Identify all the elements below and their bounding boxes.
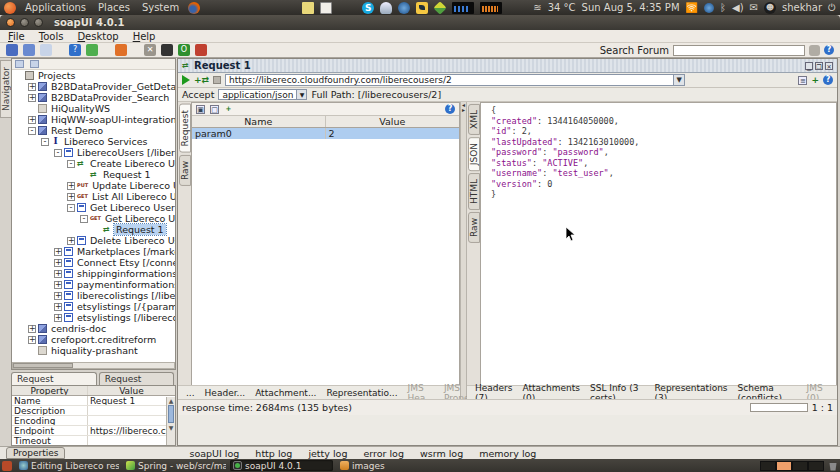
taskbar-item[interactable]: images xyxy=(337,460,440,471)
endpoint-combobox[interactable]: https://libereco.cloudfoundry.com/libere… xyxy=(225,74,685,86)
tree-item[interactable]: hiquality-prashant xyxy=(12,345,175,356)
import-project-icon[interactable] xyxy=(23,44,35,56)
param-row[interactable]: param02 xyxy=(192,128,459,139)
param-checkbox-icon[interactable]: ▣ xyxy=(196,105,205,114)
tree-expander-icon[interactable]: + xyxy=(54,292,62,300)
mail-icon[interactable]: ✉ xyxy=(750,2,758,13)
tree-item[interactable]: +crefoport.creditreform xyxy=(12,334,175,345)
frame-minimize-icon[interactable]: ▁ xyxy=(805,62,813,70)
update-tray-icon[interactable] xyxy=(433,1,447,15)
log-tab-jetty[interactable]: jetty log xyxy=(308,448,347,459)
tab-request-params[interactable]: Request Params xyxy=(99,372,174,385)
minimize-button[interactable] xyxy=(20,18,29,27)
tab-header-[interactable]: Header... xyxy=(205,388,246,398)
property-row[interactable]: Description xyxy=(12,406,175,416)
tree-expander-icon[interactable]: + xyxy=(54,259,62,267)
tree-item[interactable]: +B2BDataProvider_Search xyxy=(12,92,175,103)
tree-item[interactable]: +etsylistings [/{param0}/etsylistings] xyxy=(12,301,175,312)
trash-icon[interactable] xyxy=(828,461,838,471)
system-menu[interactable]: System xyxy=(139,2,182,13)
tree-item[interactable]: +paymentinformations [/liberecolisting xyxy=(12,279,175,290)
param-name[interactable]: param0 xyxy=(192,128,326,139)
firefox-icon[interactable] xyxy=(188,2,200,14)
tree-expander-icon[interactable]: + xyxy=(54,314,62,322)
property-value[interactable]: https://libereco.clo... xyxy=(88,426,175,435)
tree-horizontal-scrollbar[interactable] xyxy=(12,362,175,369)
workspace-4[interactable] xyxy=(808,461,824,471)
ubuntu-logo-icon[interactable] xyxy=(4,2,16,14)
help-icon[interactable]: ? xyxy=(824,45,834,55)
forum-icon[interactable]: ? xyxy=(69,44,81,56)
tree-item[interactable]: +PUTUpdate Libereco User xyxy=(12,180,175,191)
save-all-icon[interactable] xyxy=(40,44,52,56)
log-tab-wsrm[interactable]: wsrm log xyxy=(420,448,463,459)
log-tab-http[interactable]: http log xyxy=(255,448,292,459)
user-avatar[interactable]: ☻ xyxy=(764,2,776,14)
tree-item[interactable]: ⇄Request 1 xyxy=(12,224,175,235)
tree-item[interactable]: +Delete Libereco User [/liberecous xyxy=(12,235,175,246)
tree-expander-icon[interactable]: - xyxy=(54,149,62,157)
editor-tray-icon[interactable] xyxy=(320,2,332,14)
tree-expander-icon[interactable]: + xyxy=(28,336,36,344)
tree-expander-icon[interactable]: + xyxy=(54,303,62,311)
tree-expander-icon[interactable]: - xyxy=(41,138,49,146)
tree-item[interactable]: +B2BDataProvider_GetDetail xyxy=(12,81,175,92)
tree-item[interactable]: -⇄Create Libereco User xyxy=(12,158,175,169)
tree-item[interactable]: +HiqWW-soapUI-integration-test xyxy=(12,114,175,125)
tree-item[interactable]: +etsylistings [/liberecolistings/{param xyxy=(12,312,175,323)
workspace-switcher[interactable] xyxy=(760,461,824,471)
properties-scrollbar[interactable]: ▲▼ xyxy=(166,397,175,445)
property-row[interactable]: Encoding xyxy=(12,416,175,426)
tree-expander-icon[interactable]: + xyxy=(67,237,75,245)
trial-icon[interactable] xyxy=(86,44,98,56)
collapse-right-icon[interactable]: ▸ xyxy=(461,107,466,112)
tree-item[interactable]: Projects xyxy=(12,70,175,81)
tree-item[interactable]: HiQualityWS xyxy=(12,103,175,114)
tree-item[interactable]: -Rest Demo xyxy=(12,125,175,136)
exit-icon[interactable] xyxy=(195,44,207,56)
add-icon[interactable]: + xyxy=(811,75,819,85)
log-tab-soapUI[interactable]: soapUI log xyxy=(189,448,239,459)
taskbar-item[interactable]: soapUI 4.0.1 xyxy=(230,460,333,471)
forum-browser-icon[interactable] xyxy=(809,45,820,56)
tree-expander-icon[interactable]: + xyxy=(54,281,62,289)
tree-expander-icon[interactable]: + xyxy=(67,193,75,201)
property-value[interactable] xyxy=(88,436,175,445)
create-empty-icon[interactable]: ≡ xyxy=(798,76,807,85)
notes-tray-icon[interactable] xyxy=(302,2,314,14)
system-monitor-cpu-icon[interactable] xyxy=(452,2,474,14)
loadui-icon[interactable]: O xyxy=(178,44,190,56)
tree-expander-icon[interactable]: + xyxy=(28,83,36,91)
proxy-icon[interactable] xyxy=(161,44,173,56)
bluetooth-icon[interactable]: ᛒ xyxy=(720,2,726,13)
tree-expander-icon[interactable]: + xyxy=(54,270,62,278)
tree-expander-icon[interactable]: - xyxy=(28,127,36,135)
network-globe-tray-icon[interactable] xyxy=(398,2,410,14)
tab-response-raw[interactable]: Raw xyxy=(468,212,480,243)
property-row[interactable]: Timeout xyxy=(12,436,175,446)
tab-representatio-[interactable]: Representatio... xyxy=(326,388,397,398)
new-project-icon[interactable] xyxy=(6,44,18,56)
response-json-content[interactable]: { "created": 1344164050000, "id": 2, "la… xyxy=(480,102,837,415)
tree-item[interactable]: +liberecolistings [/liberecolistings] xyxy=(12,290,175,301)
menu-tools[interactable]: Tools xyxy=(39,31,64,42)
request-window-titlebar[interactable]: ⇄ Request 1 ▁ ❐ ✕ xyxy=(178,59,837,73)
menu-help[interactable]: Help xyxy=(133,31,156,42)
tree-expander-icon[interactable]: + xyxy=(28,325,36,333)
tab-attachment-[interactable]: Attachment... xyxy=(255,388,316,398)
param-value[interactable]: 2 xyxy=(326,128,460,139)
cancel-request-button[interactable] xyxy=(213,76,221,84)
network-icon[interactable] xyxy=(704,3,714,13)
menu-desktop[interactable]: Desktop xyxy=(77,31,118,42)
workspace-3[interactable] xyxy=(792,461,808,471)
tab-request[interactable]: Request xyxy=(179,104,191,153)
tree-item[interactable]: +cendris-doc xyxy=(12,323,175,334)
tree-expander-icon[interactable]: - xyxy=(67,160,75,168)
tab-request-properties[interactable]: Request Properties xyxy=(11,372,97,385)
tree-expander-icon[interactable]: + xyxy=(28,94,36,102)
browser-icon[interactable] xyxy=(115,44,127,56)
places-menu[interactable]: Places xyxy=(95,2,133,13)
properties-bottom-tab[interactable]: Properties xyxy=(6,447,65,459)
tab-response-html[interactable]: HTML xyxy=(468,173,480,210)
wifi-icon[interactable]: 🛜 xyxy=(686,2,698,13)
